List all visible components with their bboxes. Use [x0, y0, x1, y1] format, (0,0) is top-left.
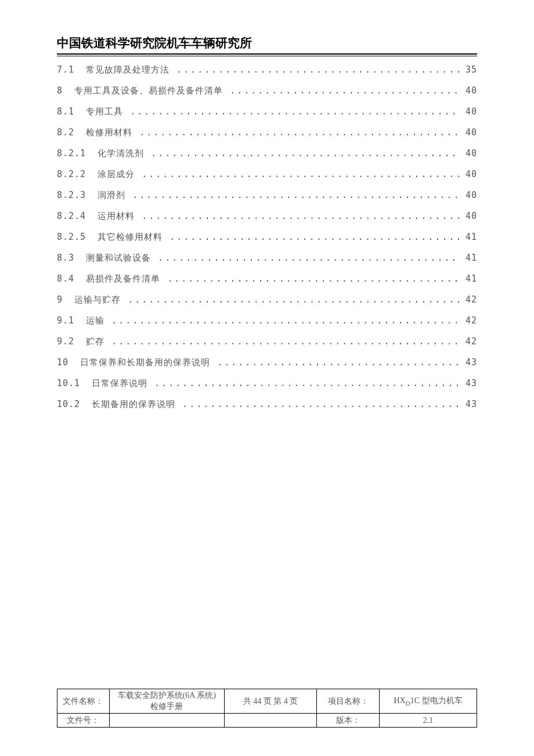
toc-number: 8.3 [57, 253, 86, 263]
toc-leader-dots: ........................................… [175, 64, 460, 75]
document-page: 中国铁道科学研究院机车车辆研究所 7.1 常见故障及处理方法 .........… [57, 35, 477, 420]
toc-title: 运用材料 [98, 211, 140, 222]
toc-page-number: 43 [460, 357, 477, 368]
toc-page-number: 40 [460, 211, 477, 221]
toc-row: 9 运输与贮存 ................................… [57, 294, 477, 315]
toc-page-number: 42 [460, 336, 477, 347]
toc-number: 10 [57, 357, 80, 368]
toc-leader-dots: ........................................… [140, 211, 460, 221]
toc-title: 运输 [86, 315, 110, 326]
toc-leader-dots: ........................................… [181, 399, 460, 409]
toc-number: 9.2 [57, 336, 86, 347]
toc-title: 测量和试验设备 [86, 253, 157, 264]
toc-page-number: 42 [460, 294, 477, 305]
toc-row: 8.2.2 涂层成分 .............................… [57, 169, 477, 190]
file-no-label: 文件号： [57, 714, 110, 728]
file-name-label: 文件名称： [57, 689, 110, 714]
toc-leader-dots: ........................................… [110, 315, 460, 326]
toc-title: 检修用材料 [86, 127, 138, 138]
table-of-contents: 7.1 常见故障及处理方法 ..........................… [57, 64, 477, 420]
toc-page-number: 41 [460, 273, 477, 284]
toc-row: 7.1 常见故障及处理方法 ..........................… [57, 64, 477, 85]
toc-row: 8.4 易损件及备件清单 ...........................… [57, 273, 477, 294]
pagination-cell: 共 44 页 第 4 页 [224, 689, 317, 714]
toc-number: 8.2.4 [57, 211, 98, 221]
footer-row-1: 文件名称： 车载安全防护系统(6A 系统) 检修手册 共 44 页 第 4 页 … [57, 689, 477, 714]
toc-leader-dots: ........................................… [138, 127, 460, 138]
version-label: 版本： [317, 714, 380, 728]
toc-row: 10.2 长期备用的保养说明 .........................… [57, 399, 477, 420]
project-suffix: 1C 型电力机车 [410, 696, 463, 705]
toc-row: 8.1 专用工具 ...............................… [57, 106, 477, 127]
toc-row: 8.2.5 其它检修用材料 ..........................… [57, 232, 477, 253]
project-value: HXD1C 型电力机车 [380, 689, 477, 714]
toc-row: 10 日常保养和长期备用的保养说明 ......................… [57, 357, 477, 378]
toc-row: 8 专用工具及设备、易损件及备件清单 .....................… [57, 85, 477, 106]
toc-number: 9.1 [57, 315, 86, 326]
toc-number: 8.2.5 [57, 232, 98, 242]
toc-number: 8.2.3 [57, 190, 98, 200]
project-sub: D [406, 700, 410, 707]
page-header-title: 中国铁道科学研究院机车车辆研究所 [57, 35, 477, 53]
toc-number: 8 [57, 85, 74, 96]
toc-page-number: 40 [460, 106, 477, 117]
toc-title: 日常保养说明 [92, 378, 153, 389]
toc-title: 润滑剂 [98, 190, 131, 201]
file-name-line2: 检修手册 [150, 702, 183, 711]
toc-page-number: 41 [460, 232, 477, 242]
footer-row-2: 文件号： 版本： 2.1 [57, 714, 477, 728]
toc-page-number: 43 [460, 399, 477, 409]
toc-title: 专用工具及设备、易损件及备件清单 [74, 85, 229, 96]
toc-title: 专用工具 [86, 106, 129, 117]
toc-row: 8.2.4 运用材料 .............................… [57, 211, 477, 232]
toc-leader-dots: ........................................… [229, 85, 460, 96]
file-name-value: 车载安全防护系统(6A 系统) 检修手册 [109, 689, 224, 714]
toc-row: 9.1 运输 .................................… [57, 315, 477, 336]
footer-table: 文件名称： 车载安全防护系统(6A 系统) 检修手册 共 44 页 第 4 页 … [57, 689, 477, 728]
toc-page-number: 42 [460, 315, 477, 326]
toc-row: 9.2 贮存 .................................… [57, 336, 477, 357]
toc-leader-dots: ........................................… [168, 232, 460, 242]
toc-title: 贮存 [86, 336, 110, 347]
toc-page-number: 40 [460, 85, 477, 96]
toc-page-number: 41 [460, 253, 477, 263]
toc-page-number: 40 [460, 148, 477, 159]
toc-leader-dots: ........................................… [150, 148, 460, 159]
toc-number: 8.4 [57, 273, 86, 284]
toc-leader-dots: ........................................… [131, 190, 460, 200]
toc-title: 运输与贮存 [74, 294, 127, 305]
toc-number: 10.1 [57, 378, 92, 388]
toc-title: 化学清洗剂 [98, 148, 150, 159]
file-no-value [109, 714, 224, 728]
toc-row: 8.2.3 润滑剂 ..............................… [57, 190, 477, 211]
toc-page-number: 40 [460, 169, 477, 179]
version-value: 2.1 [380, 714, 477, 728]
header-rule-thin [57, 56, 477, 56]
toc-leader-dots: ........................................… [157, 253, 460, 263]
toc-page-number: 43 [460, 378, 477, 388]
toc-leader-dots: ........................................… [127, 294, 460, 305]
toc-page-number: 40 [460, 127, 477, 138]
toc-title: 涂层成分 [98, 169, 140, 180]
toc-title: 长期备用的保养说明 [92, 399, 181, 410]
toc-title: 常见故障及处理方法 [86, 64, 175, 75]
toc-leader-dots: ........................................… [166, 273, 460, 284]
toc-row: 8.2 检修用材料 ..............................… [57, 127, 477, 148]
toc-title: 易损件及备件清单 [86, 273, 166, 285]
toc-number: 8.2.2 [57, 169, 98, 179]
toc-title: 日常保养和长期备用的保养说明 [80, 357, 216, 368]
toc-number: 8.2.1 [57, 148, 98, 159]
project-prefix: HX [394, 696, 406, 705]
toc-page-number: 40 [460, 190, 477, 200]
toc-number: 8.1 [57, 106, 86, 117]
toc-number: 7.1 [57, 64, 86, 75]
toc-row: 10.1 日常保养说明 ............................… [57, 378, 477, 399]
toc-leader-dots: ........................................… [216, 357, 460, 368]
file-name-line1: 车载安全防护系统(6A 系统) [118, 691, 216, 700]
toc-title: 其它检修用材料 [98, 232, 168, 243]
toc-leader-dots: ........................................… [129, 106, 460, 117]
toc-number: 9 [57, 294, 74, 305]
toc-number: 8.2 [57, 127, 86, 138]
toc-leader-dots: ........................................… [153, 378, 460, 388]
header-rule-thick [57, 53, 477, 55]
